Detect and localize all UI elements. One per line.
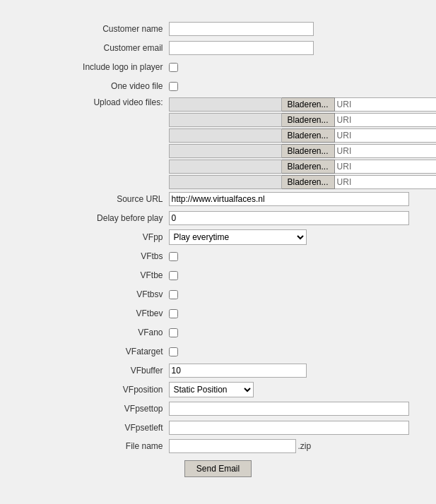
file-name-input[interactable] [169, 439, 296, 453]
vfpp-label: VFpp [13, 232, 169, 242]
vftbsv-row: VFtbsv [13, 287, 423, 302]
vfatarget-checkbox[interactable] [169, 347, 178, 356]
browse-button-3[interactable]: Bladeren... [282, 128, 335, 143]
vftbev-label: VFtbev [13, 308, 169, 318]
vftbs-checkbox[interactable] [169, 252, 178, 261]
vfbuffer-label: VFbuffer [13, 366, 169, 376]
vfpsettop-row: VFpsettop [13, 401, 423, 416]
browse-button-5[interactable]: Bladeren... [282, 160, 335, 174]
uri-input-3[interactable] [335, 128, 436, 143]
one-video-checkbox[interactable] [169, 82, 178, 91]
upload-left-3 [169, 128, 282, 143]
upload-row-1: Bladeren... [169, 97, 437, 112]
customer-name-label: Customer name [13, 24, 169, 34]
delay-row: Delay before play [13, 210, 423, 226]
upload-row-2: Bladeren... [169, 113, 437, 127]
zip-suffix: .zip [298, 441, 312, 451]
customer-email-input[interactable] [169, 41, 314, 55]
browse-button-6[interactable]: Bladeren... [282, 175, 335, 189]
vfpsetleft-input[interactable] [169, 421, 409, 435]
source-url-label: Source URL [13, 194, 169, 204]
vfano-checkbox[interactable] [169, 328, 178, 337]
vfpp-select[interactable]: Play everytime Play once Play twice [169, 229, 307, 245]
vfbuffer-input[interactable] [169, 364, 307, 378]
vfano-label: VFano [13, 328, 169, 337]
vfbuffer-row: VFbuffer [13, 363, 423, 378]
delay-label: Delay before play [13, 213, 169, 223]
customer-email-row: Customer email [13, 40, 423, 56]
customer-name-row: Customer name [13, 21, 423, 37]
include-logo-label: Include logo in player [13, 62, 169, 72]
vftbs-label: VFtbs [13, 251, 169, 261]
upload-row-5: Bladeren... [169, 160, 437, 174]
vfpsettop-label: VFpsettop [13, 404, 169, 414]
include-logo-row: Include logo in player [13, 59, 423, 75]
one-video-label: One video file [13, 81, 169, 91]
upload-left-2 [169, 113, 282, 127]
vftbev-checkbox[interactable] [169, 309, 178, 318]
vfposition-row: VFposition Static Position Dynamic Posit… [13, 382, 423, 397]
vfpsetleft-row: VFpsetleft [13, 420, 423, 436]
upload-left-1 [169, 97, 282, 112]
file-name-row: File name .zip [13, 439, 423, 453]
browse-button-1[interactable]: Bladeren... [282, 97, 335, 112]
vfpp-row: VFpp Play everytime Play once Play twice [13, 229, 423, 245]
send-email-button[interactable]: Send Email [184, 460, 252, 477]
send-email-row: Send Email [13, 460, 423, 477]
browse-button-4[interactable]: Bladeren... [282, 144, 335, 158]
browse-button-2[interactable]: Bladeren... [282, 113, 335, 127]
include-logo-checkbox[interactable] [169, 63, 178, 72]
upload-row-6: Bladeren... [169, 175, 437, 189]
upload-row-4: Bladeren... [169, 144, 437, 158]
upload-video-label: Upload video files: [13, 97, 169, 107]
customer-email-label: Customer email [13, 43, 169, 53]
vfposition-label: VFposition [13, 385, 169, 395]
file-name-label: File name [13, 441, 169, 451]
uri-input-1[interactable] [335, 97, 436, 112]
customer-name-input[interactable] [169, 22, 314, 36]
vftbev-row: VFtbev [13, 306, 423, 321]
source-url-row: Source URL [13, 191, 423, 207]
upload-left-4 [169, 144, 282, 158]
delay-input[interactable] [169, 211, 409, 225]
form-container: Customer name Customer email Include log… [13, 14, 423, 484]
upload-left-6 [169, 175, 282, 189]
vftbs-row: VFtbs [13, 248, 423, 264]
vftbe-checkbox[interactable] [169, 271, 178, 280]
uri-input-2[interactable] [335, 113, 436, 127]
upload-label-row: Upload video files: Bladeren... Bladeren… [13, 97, 423, 189]
vfpsettop-input[interactable] [169, 402, 409, 416]
upload-section: Bladeren... Bladeren... Bladeren... Blad… [169, 97, 437, 189]
vfano-row: VFano [13, 325, 423, 340]
vfatarget-row: VFatarget [13, 344, 423, 359]
upload-left-5 [169, 160, 282, 174]
source-url-input[interactable] [169, 192, 409, 206]
vfpsetleft-label: VFpsetleft [13, 423, 169, 433]
upload-row-3: Bladeren... [169, 128, 437, 143]
uri-input-5[interactable] [335, 160, 436, 174]
vftbe-label: VFtbe [13, 270, 169, 280]
vftbsv-label: VFtbsv [13, 289, 169, 299]
vfposition-select[interactable]: Static Position Dynamic Position [169, 382, 254, 397]
vftbe-row: VFtbe [13, 268, 423, 283]
vfatarget-label: VFatarget [13, 347, 169, 356]
one-video-row: One video file [13, 78, 423, 94]
uri-input-6[interactable] [335, 175, 436, 189]
uri-input-4[interactable] [335, 144, 436, 158]
vftbsv-checkbox[interactable] [169, 290, 178, 299]
